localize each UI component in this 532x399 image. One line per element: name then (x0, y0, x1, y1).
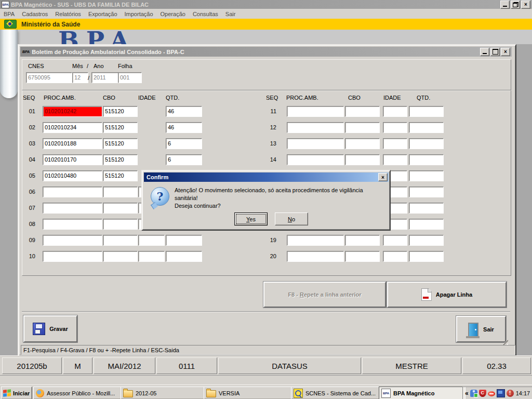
app-title: BPA Magnético - SUS - UBS DA FAMILIA DE … (11, 2, 149, 8)
antivirus-shield-icon[interactable]: C (479, 390, 486, 397)
messenger-icon[interactable] (470, 390, 477, 397)
tray-chevron-icon[interactable]: « (465, 390, 469, 397)
status-panel-mestre: MESTRE (362, 357, 461, 374)
minimize-button[interactable] (500, 1, 510, 9)
hint-statusline: F1-Pesquisa / F4-Grava / F8 ou + -Repete… (21, 345, 515, 355)
bpac-window-icon: BPA (22, 50, 30, 54)
cnes-label: CNES (28, 63, 44, 69)
scnes-icon (294, 389, 303, 398)
status-panel-0233: 02.33 (462, 357, 531, 374)
exit-door-icon (468, 323, 478, 336)
windows-logo-icon (3, 389, 11, 397)
ano-input[interactable]: 2011 (91, 72, 120, 83)
stop-oval-icon[interactable] (488, 391, 495, 396)
start-button[interactable]: Iniciar (1, 387, 32, 399)
bpac-titlebar[interactable]: BPA Boletim de Produção Ambulatorial Con… (20, 47, 512, 57)
slash-label: / (87, 63, 88, 69)
taskbar-button-versia[interactable]: VERSIA (204, 387, 294, 399)
taskbar-button-scnes-sistema-de-cad[interactable]: SCNES - Sistema de Cad... (291, 387, 382, 399)
menubar: BPACadastrosRelatóriosExportaçãoImportaç… (0, 9, 532, 19)
question-icon: ? (151, 187, 169, 206)
confirm-message-line2: Deseja continuar? (175, 202, 382, 210)
taskbar-button-assessor-p-blico-mozill[interactable]: Assessor Público - Mozill... (33, 387, 124, 399)
app-icon: BPA (2, 1, 9, 8)
menu-item-bpa[interactable]: BPA (0, 10, 18, 18)
folha-label: Folha (118, 63, 132, 69)
ano-label: Ano (94, 63, 104, 69)
confirm-dialog-title: Confirm (147, 174, 168, 180)
status-panel-mai2012: MAI/2012 (94, 357, 155, 374)
scroll-cylinder-graphic (0, 30, 18, 98)
taskbar-button-bpa-magn-tico[interactable]: BPABPA Magnético (379, 387, 466, 399)
menu-item-relatrios[interactable]: Relatórios (51, 10, 85, 18)
confirm-dialog: Confirm × ? Atenção! O movimento selecio… (141, 170, 391, 231)
menu-item-exportao[interactable]: Exportação (85, 10, 121, 18)
network-computer-icon[interactable] (497, 389, 505, 397)
bpac-maximize-button[interactable] (490, 48, 500, 56)
taskbar: Iniciar Assessor Público - Mozill...2012… (0, 384, 532, 399)
menu-item-importao[interactable]: Importação (121, 10, 157, 18)
screen: BPA BPA Magnético - SUS - UBS DA FAMILIA… (0, 0, 532, 399)
exit-button[interactable]: Sair (456, 316, 506, 342)
status-panel-0111: 0111 (156, 357, 217, 374)
taskbar-clock: 14:17 (516, 390, 530, 396)
save-floppy-icon (33, 323, 45, 335)
close-button[interactable]: × (521, 1, 530, 9)
save-button[interactable]: Gravar (23, 315, 77, 342)
status-panel-datasus: DATASUS (218, 357, 361, 374)
divider (22, 311, 510, 312)
cnes-input[interactable]: 6750095 (26, 72, 72, 83)
header-fields-panel: CNES Mês / Ano Folha 6750095 12 / 2011 0… (22, 59, 511, 90)
firefox-icon (36, 389, 44, 397)
mes-label: Mês (72, 63, 83, 69)
yes-button[interactable]: Yes (234, 212, 268, 225)
menu-item-sair[interactable]: Sair (222, 10, 240, 18)
bpa-icon: BPA (381, 389, 391, 398)
app-titlebar: BPA BPA Magnético - SUS - UBS DA FAMILIA… (0, 0, 532, 9)
folder-icon (206, 390, 216, 397)
restore-button[interactable] (511, 1, 520, 9)
no-button[interactable]: No (275, 212, 308, 225)
folha-input[interactable]: 001 (118, 72, 142, 83)
taskbar-button-2012-05[interactable]: 2012-05 (121, 387, 207, 399)
confirm-message-line1: Atenção! O movimento selecionado, só ace… (175, 187, 382, 202)
confirm-close-icon[interactable]: × (378, 173, 388, 181)
menu-item-cadastros[interactable]: Cadastros (18, 10, 51, 18)
confirm-dialog-titlebar[interactable]: Confirm × (144, 172, 389, 182)
status-panel-201205b: 201205b (2, 357, 62, 374)
menu-item-consultas[interactable]: Consultas (189, 10, 222, 18)
bpac-minimize-button[interactable] (480, 48, 489, 56)
menu-item-operao[interactable]: Operação (157, 10, 189, 18)
system-tray: « C! 14:17 (462, 387, 532, 399)
mes-input[interactable]: 12 (72, 72, 88, 83)
delete-line-icon (421, 288, 432, 301)
bottom-strip (0, 375, 532, 385)
bpac-close-button[interactable]: × (501, 48, 510, 56)
folder-icon (123, 390, 133, 397)
repeat-line-button[interactable]: F8 - Repete a linha anterior (263, 282, 386, 308)
status-panel-m: M (63, 357, 92, 374)
delete-line-button[interactable]: Apagar Linha (387, 282, 507, 308)
brazil-flag-icon (4, 20, 17, 29)
bpac-window-title: Boletim de Produção Ambulatorial Consoli… (32, 49, 184, 55)
date-slash: / (88, 75, 89, 81)
main-statusbar: 201205bMMAI/20120111DATASUSMESTRE02.33 (0, 355, 532, 376)
alert-icon[interactable]: ! (507, 390, 514, 397)
